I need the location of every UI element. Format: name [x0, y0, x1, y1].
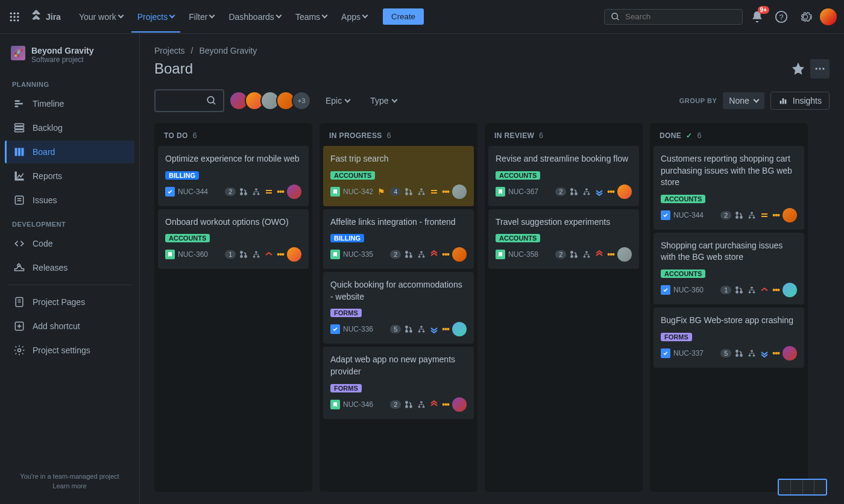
issue-card[interactable]: Revise and streamline booking flowACCOUN…	[488, 146, 639, 206]
assignee-avatar[interactable]	[783, 283, 797, 297]
story-points: 2	[225, 187, 236, 196]
priority-icon	[594, 250, 604, 259]
issue-card[interactable]: Onboard workout options (OWO)ACCOUNTSNUC…	[158, 209, 309, 269]
more-icon[interactable]	[810, 59, 830, 78]
assignee-avatar[interactable]	[617, 184, 632, 199]
sidebar-item-reports[interactable]: Reports	[5, 165, 134, 187]
card-title: BugFix BG Web-store app crashing	[661, 315, 797, 327]
svg-point-88	[736, 212, 738, 215]
avatar-more[interactable]: +3	[292, 91, 311, 110]
board-minimap[interactable]	[778, 479, 827, 496]
pull-request-icon	[239, 250, 248, 259]
sidebar-item-add-shortcut[interactable]: Add shortcut	[5, 315, 134, 338]
sidebar-item-board[interactable]: Board	[5, 140, 134, 163]
epic-filter[interactable]: Epic	[320, 92, 356, 109]
assignee-avatar[interactable]	[452, 397, 467, 412]
sidebar-item-code[interactable]: Code	[5, 232, 134, 255]
issue-card[interactable]: Travel suggestion experimentsACCOUNTSNUC…	[488, 209, 639, 269]
assignee-avatar[interactable]	[287, 184, 301, 199]
priority-icon	[429, 250, 439, 259]
issue-card[interactable]: Shopping cart purchasing issues with the…	[653, 233, 804, 304]
type-filter[interactable]: Type	[364, 92, 402, 109]
svg-rect-34	[782, 98, 784, 104]
svg-point-0	[10, 12, 12, 14]
issue-type-icon	[496, 250, 505, 259]
search-input[interactable]	[625, 12, 736, 21]
svg-rect-105	[751, 350, 754, 351]
svg-rect-62	[418, 256, 421, 258]
sidebar-item-backlog[interactable]: Backlog	[5, 116, 134, 139]
column-title: IN REVIEW	[494, 131, 534, 140]
issue-card[interactable]: BugFix BG Web-store app crashingFORMSNUC…	[653, 307, 804, 368]
card-title: Fast trip search	[330, 153, 467, 165]
nav-your-work[interactable]: Your work	[73, 8, 129, 25]
notif-badge: 9+	[758, 6, 769, 14]
nav-filter[interactable]: Filter	[183, 8, 220, 25]
star-icon[interactable]	[789, 59, 808, 78]
project-header[interactable]: 🚀 Beyond Gravity Software project	[5, 42, 134, 72]
issue-card[interactable]: Optimize experience for mobile webBILLIN…	[158, 146, 309, 206]
assignee-avatar[interactable]	[452, 247, 467, 262]
epic-tag: ACCOUNTS	[661, 269, 705, 278]
app-switcher-icon[interactable]	[7, 10, 22, 24]
board-avatars[interactable]: +3	[233, 91, 311, 110]
svg-point-31	[819, 68, 820, 69]
nav-items: Your work Projects Filter Dashboards Tea…	[73, 8, 373, 25]
svg-rect-101	[753, 292, 755, 294]
insights-button[interactable]: Insights	[770, 92, 830, 110]
epic-tag: ACCOUNTS	[165, 234, 210, 242]
sidebar-item-project-settings[interactable]: Project settings	[5, 339, 134, 362]
issue-card[interactable]: Customers reporting shopping cart purcha…	[653, 146, 804, 230]
assignee-avatar[interactable]	[617, 247, 632, 262]
sidebar-item-releases[interactable]: Releases	[5, 256, 134, 279]
breadcrumb-projects[interactable]: Projects	[154, 46, 185, 55]
create-button[interactable]: Create	[383, 8, 424, 25]
nav-apps[interactable]: Apps	[335, 8, 373, 25]
issue-type-icon	[330, 187, 340, 197]
help-icon[interactable]: ?	[772, 7, 791, 27]
nav-teams[interactable]: Teams	[289, 8, 333, 25]
svg-point-103	[736, 354, 738, 356]
svg-point-50	[406, 188, 408, 191]
assignee-avatar[interactable]	[452, 184, 467, 199]
assignee-avatar[interactable]	[452, 322, 467, 336]
svg-rect-56	[431, 190, 437, 191]
issue-card[interactable]: Affelite links integration - frontendBIL…	[323, 209, 474, 269]
epic-tag: FORMS	[661, 333, 692, 341]
settings-icon[interactable]	[796, 7, 815, 27]
global-search[interactable]	[604, 9, 743, 25]
chevron-down-icon	[753, 96, 759, 102]
sidebar-item-project-pages[interactable]: Project Pages	[5, 291, 134, 313]
assignee-avatar[interactable]	[287, 247, 301, 262]
svg-point-77	[571, 192, 573, 195]
svg-point-59	[406, 256, 408, 258]
svg-rect-92	[749, 216, 751, 218]
sidebar-item-issues[interactable]: Issues	[5, 189, 134, 212]
card-title: Shopping cart purchasing issues with the…	[661, 240, 797, 263]
assignee-avatar[interactable]	[783, 208, 797, 222]
svg-point-1	[13, 12, 15, 14]
breadcrumb-project-name[interactable]: Beyond Gravity	[199, 46, 257, 55]
svg-point-97	[736, 291, 738, 294]
svg-rect-74	[418, 406, 421, 408]
svg-point-3	[10, 16, 12, 17]
jira-logo[interactable]: Jira	[29, 10, 61, 24]
column-count: 6	[387, 131, 391, 140]
svg-rect-41	[257, 193, 260, 195]
groupby-select[interactable]: None	[723, 92, 764, 109]
svg-rect-91	[751, 212, 754, 214]
sidebar-item-timeline[interactable]: Timeline	[5, 92, 134, 115]
notifications-icon[interactable]: 9+	[748, 7, 767, 27]
issue-card[interactable]: Fast trip searchACCOUNTSNUC-342⚑4•••	[323, 146, 474, 206]
issue-card[interactable]: Adapt web app no new payments providerFO…	[323, 347, 474, 418]
board-search[interactable]	[154, 89, 224, 112]
footer-learn-more[interactable]: Learn more	[11, 482, 128, 490]
assignee-avatar[interactable]	[783, 346, 797, 361]
svg-point-102	[736, 350, 738, 352]
project-type: Software project	[31, 55, 93, 64]
nav-dashboards[interactable]: Dashboards	[222, 8, 287, 25]
chevron-down-icon	[169, 13, 175, 19]
profile-avatar[interactable]	[820, 8, 837, 25]
nav-projects[interactable]: Projects	[131, 8, 181, 25]
issue-card[interactable]: Quick booking for accommodations - websi…	[323, 272, 474, 344]
